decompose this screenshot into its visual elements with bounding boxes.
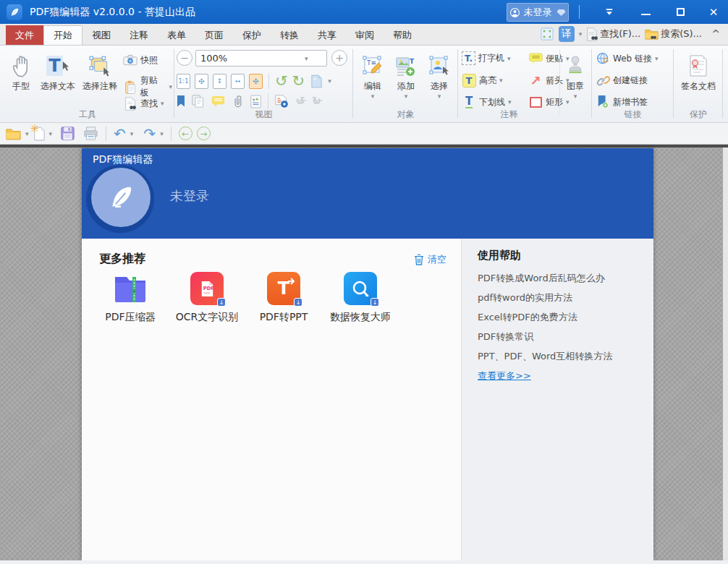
snapshot-button[interactable]: 快照 (123, 53, 158, 67)
actual-size-button[interactable]: 1:1 (177, 74, 190, 89)
tab-convert[interactable]: 转换 (271, 25, 308, 45)
fit-page-button[interactable]: ✣ (195, 74, 208, 89)
help-link[interactable]: Excel转PDF的免费方法 (478, 311, 577, 324)
save-button[interactable] (61, 127, 75, 140)
scrollbar-track[interactable] (723, 148, 728, 560)
select-object-button[interactable]: 选择 ▾ (425, 51, 454, 100)
feather-icon (107, 184, 135, 211)
comments-icon[interactable] (211, 95, 225, 107)
tab-annotate[interactable]: 注释 (120, 25, 158, 45)
stamp-dropdown-icon[interactable]: ▾ (574, 93, 577, 100)
app-ocr[interactable]: PDF ↓ OCR文字识别 (169, 272, 245, 324)
open-file-button[interactable] (6, 127, 21, 140)
undo-button[interactable]: ↶ (114, 127, 126, 141)
highlight-button[interactable]: T 高亮▾ (462, 73, 503, 87)
help-link[interactable]: PDF转换成Word后乱码怎么办 (478, 272, 605, 285)
app-data-recovery[interactable]: ↓ 数据恢复大师 (322, 272, 399, 324)
hand-tool-button[interactable]: 手型 (6, 51, 36, 93)
open-file-dropdown-icon[interactable]: ▾ (25, 130, 29, 137)
new-file-button[interactable]: ✳ (33, 127, 45, 141)
annotate-group-label: 注释 (459, 108, 559, 121)
zoom-out-button[interactable]: − (177, 50, 192, 66)
translate-dropdown-icon[interactable]: ▾ (579, 30, 583, 38)
sign-document-button[interactable]: 签名文档 (679, 51, 718, 93)
minimize-button[interactable] (631, 0, 660, 24)
find-dropdown-icon[interactable]: ▾ (161, 100, 164, 107)
tab-view[interactable]: 视图 (82, 25, 120, 45)
select-object-dropdown-icon[interactable]: ▾ (438, 93, 441, 100)
rotate-right-button[interactable]: ↻ (292, 74, 305, 89)
fullscreen-button[interactable] (540, 27, 554, 41)
chevron-down-icon (604, 8, 614, 17)
edit-object-dropdown-icon[interactable]: ▾ (371, 93, 375, 100)
tab-page[interactable]: 页面 (195, 25, 233, 45)
maximize-button[interactable] (666, 0, 695, 24)
help-more-link[interactable]: 查看更多>> (478, 369, 531, 383)
rotate-view-right-button[interactable]: ↻90° (311, 95, 321, 107)
zoom-in-button[interactable]: + (331, 50, 347, 66)
page-display-button[interactable] (309, 74, 323, 88)
add-object-dropdown-icon[interactable]: ▾ (405, 93, 408, 100)
forward-button[interactable]: → (197, 127, 211, 140)
app-pdf-compressor[interactable]: PDF压缩器 (92, 272, 169, 324)
rotate-left-button[interactable]: ↺ (275, 74, 288, 89)
typewriter-button[interactable]: T. 打字机▾ (462, 51, 511, 65)
underline-button[interactable]: T 下划线▾ (462, 95, 512, 109)
add-bookmark-button[interactable]: 新增书签 (596, 95, 648, 109)
tab-help[interactable]: 帮助 (384, 25, 421, 45)
web-link-button[interactable]: Web 链接 ▾ (596, 51, 659, 66)
help-link[interactable]: PDF转换常识 (478, 330, 533, 343)
add-object-button[interactable]: T 添加 ▾ (391, 51, 420, 100)
login-button[interactable]: 未登录 (507, 3, 569, 22)
svg-text:T: T (410, 58, 415, 65)
clipboard-dropdown-icon[interactable]: ▾ (169, 83, 172, 90)
tab-review[interactable]: 审阅 (346, 25, 384, 45)
search-menu-button[interactable]: 搜索(S)... (645, 27, 702, 40)
clipboard-button[interactable]: 剪贴板 ▾ (123, 74, 172, 99)
bookmark-plus-icon (596, 95, 610, 109)
bookmark-icon[interactable] (177, 95, 185, 107)
back-button[interactable]: ← (179, 127, 192, 140)
help-link[interactable]: PPT、PDF、Word互相转换方法 (478, 350, 612, 363)
new-file-dropdown-icon[interactable]: ▾ (49, 130, 53, 137)
select-text-button[interactable]: T 选择文本 (38, 51, 78, 93)
translate-button[interactable]: 译 (559, 26, 575, 42)
rotate-view-left-button[interactable]: ↺90° (295, 95, 305, 107)
page-display-dropdown-icon[interactable]: ▾ (328, 77, 331, 85)
zoom-combobox[interactable]: ▾ (195, 50, 327, 67)
tab-home[interactable]: 开始 (43, 25, 82, 45)
collapse-panel-button[interactable] (595, 0, 624, 24)
zoom-input[interactable] (196, 53, 305, 64)
fit-width-button[interactable]: ↔ (231, 74, 245, 89)
edit-object-button[interactable]: T≡ 编辑 ▾ (358, 51, 387, 100)
avatar[interactable] (91, 168, 151, 227)
collapse-ribbon-button[interactable]: ^ (706, 28, 725, 40)
clear-button[interactable]: 清空 (414, 253, 446, 266)
help-link[interactable]: pdf转word的实用方法 (478, 291, 572, 304)
find-menu-button[interactable]: 查找(F)... (586, 27, 640, 41)
document-properties-icon[interactable] (275, 95, 289, 108)
fit-height-button[interactable]: ↕ (213, 74, 227, 89)
attachment-icon[interactable] (232, 95, 244, 108)
undo-dropdown-icon[interactable]: ▾ (130, 130, 134, 137)
stamp-button[interactable]: 图章 ▾ (561, 51, 590, 100)
tab-file[interactable]: 文件 (6, 25, 43, 45)
redo-button[interactable]: ↷ (143, 127, 156, 141)
tab-form[interactable]: 表单 (158, 25, 195, 45)
redo-dropdown-icon[interactable]: ▾ (160, 130, 164, 137)
content-panel-icon[interactable]: T (250, 95, 261, 108)
tab-share[interactable]: 共享 (308, 25, 346, 45)
app-pdf-to-ppt[interactable]: T ↓ PDF转PPT (245, 272, 322, 324)
print-button[interactable] (83, 127, 98, 140)
fit-visible-button[interactable]: ✣ (249, 74, 263, 89)
banner-login-status[interactable]: 未登录 (170, 187, 209, 205)
zoom-dropdown-icon[interactable]: ▾ (305, 55, 308, 62)
create-link-button[interactable]: 创建链接 (596, 73, 648, 87)
select-annotation-button[interactable]: 选择注释 (80, 51, 120, 93)
tab-protect[interactable]: 保护 (233, 25, 271, 45)
page-thumbnails-icon[interactable] (192, 95, 205, 108)
arrow-annotation-icon: ↗ (528, 73, 543, 87)
web-link-dropdown-icon[interactable]: ▾ (655, 55, 659, 62)
ribbon-group-annotate: T. 打字机▾ 便贴▾ T 高亮▾ ↗ 箭头▾ T 下划线▾ 矩形▾ (459, 46, 591, 123)
close-button[interactable]: ✕ (699, 0, 728, 24)
